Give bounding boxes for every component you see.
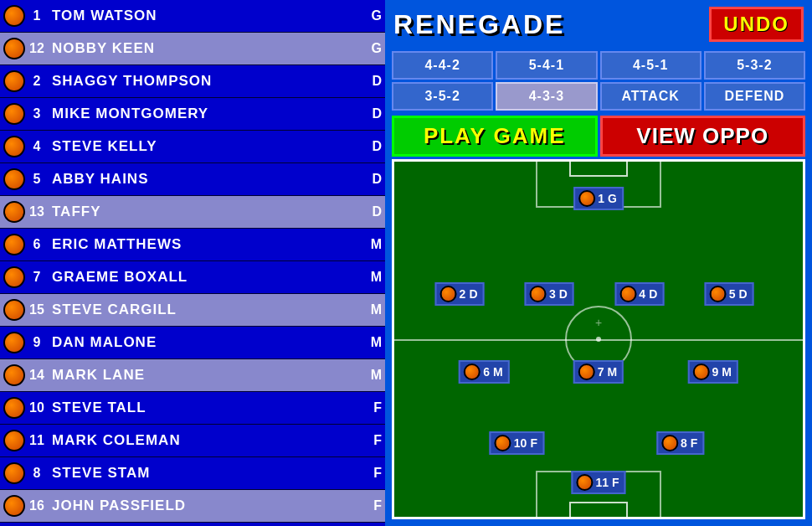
pitch-player-token[interactable]: 1G: [573, 187, 624, 210]
pitch-player-number: 7: [598, 365, 604, 379]
pitch-player-token[interactable]: 11F: [571, 471, 625, 494]
pitch-player-token[interactable]: 10F: [490, 431, 544, 455]
player-row[interactable]: 11MARK COLEMANF: [0, 425, 385, 457]
formation-button[interactable]: 3-5-2: [392, 82, 493, 111]
pitch-player-token[interactable]: 8F: [656, 431, 704, 455]
player-avatar: [3, 462, 25, 484]
player-row[interactable]: 2SHAGGY THOMPSOND: [0, 65, 385, 98]
view-oppo-button[interactable]: VIEW OPPO: [600, 116, 806, 157]
player-row[interactable]: 14MARK LANEM: [0, 359, 385, 392]
player-number: 1: [25, 8, 49, 23]
player-avatar: [3, 495, 25, 517]
player-row[interactable]: 16JOHN PASSFIELDF: [0, 490, 385, 523]
player-row[interactable]: 13TAFFYD: [0, 196, 385, 229]
pitch-player-number: 2: [460, 287, 466, 301]
player-number: 14: [25, 368, 49, 383]
pitch-player-ball: [710, 286, 727, 302]
player-name: ABBY HAINS: [52, 171, 362, 188]
football-pitch: + 1G2D3D4D5D6M7M9M10F8F11F: [392, 159, 805, 519]
pitch-player-token[interactable]: 2D: [435, 282, 485, 306]
player-name: SHAGGY THOMPSON: [52, 73, 362, 90]
player-position: F: [362, 400, 382, 415]
player-name: STEVE STAM: [52, 465, 362, 482]
player-avatar: [3, 364, 25, 386]
player-number: 11: [25, 433, 49, 448]
player-position: D: [362, 139, 382, 154]
pitch-player-ball: [530, 286, 547, 302]
formation-button[interactable]: 4-4-2: [392, 51, 493, 80]
formation-button[interactable]: DEFEND: [704, 82, 805, 111]
player-position: G: [362, 41, 382, 56]
pitch-player-number: 10: [514, 436, 527, 450]
player-name: NOBBY KEEN: [52, 40, 362, 57]
pitch-player-position: D: [469, 287, 477, 301]
player-row[interactable]: 1TOM WATSONG: [0, 0, 385, 33]
undo-button[interactable]: UNDO: [709, 7, 804, 42]
player-avatar: [3, 168, 25, 190]
player-position: F: [362, 466, 382, 481]
player-position: F: [362, 498, 382, 513]
pitch-player-token[interactable]: 4D: [614, 282, 664, 306]
player-position: M: [362, 270, 382, 285]
player-avatar: [3, 266, 25, 288]
player-row[interactable]: 4STEVE KELLYD: [0, 131, 385, 163]
player-number: 15: [25, 302, 49, 317]
pitch-player-number: 11: [595, 476, 609, 489]
player-row[interactable]: 8STEVE STAMF: [0, 457, 385, 490]
player-name: STEVE KELLY: [52, 138, 362, 155]
player-avatar: [3, 397, 25, 419]
pitch-player-position: D: [649, 287, 657, 301]
player-position: D: [362, 74, 382, 89]
player-number: 5: [25, 172, 49, 187]
formation-button[interactable]: 4-5-1: [600, 51, 702, 80]
player-row[interactable]: 5ABBY HAINSD: [0, 163, 385, 196]
pitch-player-ball: [495, 435, 511, 451]
pitch-player-number: 8: [681, 436, 687, 450]
formation-button[interactable]: 5-4-1: [496, 51, 597, 80]
player-number: 3: [25, 106, 49, 121]
play-game-button[interactable]: PLAY GAME: [392, 116, 598, 157]
player-row[interactable]: 9DAN MALONEM: [0, 327, 385, 359]
player-name: JOHN PASSFIELD: [52, 498, 362, 514]
pitch-player-token[interactable]: 7M: [573, 360, 624, 384]
player-row[interactable]: 3MIKE MONTGOMERYD: [0, 98, 385, 131]
pitch-player-token[interactable]: 9M: [687, 360, 737, 384]
player-number: 8: [25, 466, 49, 481]
player-number: 9: [25, 335, 49, 350]
pitch-player-position: F: [530, 436, 537, 450]
player-row[interactable]: 12NOBBY KEENG: [0, 33, 385, 65]
formation-grid: 4-4-25-4-14-5-15-3-23-5-24-3-3ATTACKDEFE…: [385, 49, 812, 113]
pitch-player-number: 9: [712, 365, 718, 379]
player-row[interactable]: 7GRAEME BOXALLM: [0, 261, 385, 294]
formation-button[interactable]: 5-3-2: [704, 51, 805, 80]
player-number: 7: [25, 270, 49, 285]
player-number: 2: [25, 74, 49, 89]
player-avatar: [3, 38, 25, 59]
player-position: M: [362, 368, 382, 383]
player-list: 1TOM WATSONG12NOBBY KEENG2SHAGGY THOMPSO…: [0, 0, 385, 526]
pitch-player-position: G: [608, 192, 617, 205]
player-name: TAFFY: [52, 204, 362, 220]
player-position: F: [362, 433, 382, 448]
player-row[interactable]: 15STEVE CARGILLM: [0, 294, 385, 327]
pitch-player-token[interactable]: 3D: [525, 282, 574, 306]
player-row[interactable]: 10STEVE TALLF: [0, 392, 385, 425]
pitch-player-token[interactable]: 5D: [705, 282, 754, 306]
game-title: RENEGADE: [393, 9, 565, 40]
player-position: D: [362, 204, 382, 219]
formation-button[interactable]: 4-3-3: [496, 82, 597, 111]
player-name: STEVE CARGILL: [52, 302, 362, 318]
player-name: MIKE MONTGOMERY: [52, 106, 362, 122]
pitch-player-ball: [576, 474, 593, 491]
pitch-player-ball: [578, 364, 595, 380]
formation-button[interactable]: ATTACK: [600, 82, 702, 111]
pitch-player-token[interactable]: 6M: [459, 360, 509, 384]
pitch-player-number: 4: [639, 287, 645, 301]
player-name: TOM WATSON: [52, 8, 362, 24]
player-avatar: [3, 5, 25, 27]
player-number: 6: [25, 237, 49, 252]
header: RENEGADE UNDO: [385, 0, 812, 49]
player-name: MARK LANE: [52, 367, 362, 384]
player-row[interactable]: 6ERIC MATTHEWSM: [0, 229, 385, 261]
player-name: DAN MALONE: [52, 334, 362, 351]
